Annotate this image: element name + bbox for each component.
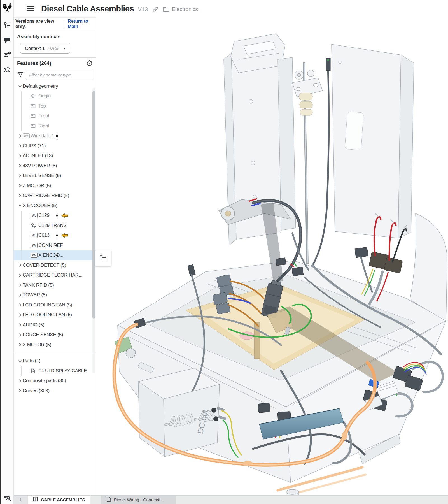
feature-tree-item[interactable]: AUDIO (5) bbox=[14, 320, 96, 330]
version-badge[interactable]: V13 bbox=[138, 6, 148, 13]
chevron-right-icon[interactable] bbox=[17, 303, 23, 307]
chevron-right-icon[interactable] bbox=[17, 174, 23, 178]
feature-tree-item[interactable]: C129 TRANS bbox=[14, 220, 96, 231]
chevron-right-icon[interactable] bbox=[17, 134, 23, 138]
onshape-logo[interactable] bbox=[1, 0, 14, 17]
suppression-dots-icon bbox=[56, 252, 58, 259]
chevron-down-icon[interactable] bbox=[17, 84, 23, 88]
feature-label: X ENCODER (5) bbox=[23, 203, 57, 208]
feature-tree-item[interactable]: Curves (303) bbox=[14, 386, 96, 396]
feature-tree-item[interactable]: COVER DETECT (5) bbox=[14, 260, 96, 270]
feature-tree-item[interactable]: WrCONN REF bbox=[14, 240, 96, 250]
chevron-right-icon[interactable] bbox=[17, 194, 23, 198]
share-link-icon[interactable] bbox=[152, 6, 158, 12]
feature-list-icon[interactable] bbox=[3, 21, 11, 30]
feature-label: X ENCOD... bbox=[38, 252, 64, 258]
feature-tree-item[interactable]: WcC013 bbox=[14, 231, 96, 241]
feature-tree-item[interactable]: LEVEL SENSE (5) bbox=[14, 171, 96, 181]
feature-label: CARTRIDGE RFID (5) bbox=[23, 193, 69, 198]
tab-diesel-wiring[interactable]: Diesel Wiring - Connecti... bbox=[101, 496, 176, 504]
feature-label: LED COOLING FAN (6) bbox=[23, 312, 72, 318]
chevron-down-icon: ▾ bbox=[63, 46, 65, 50]
comment-icon[interactable] bbox=[3, 36, 11, 44]
context-dropdown[interactable]: Context 1 FORM ▾ bbox=[20, 43, 70, 54]
feature-label: LEVEL SENSE (5) bbox=[23, 173, 61, 178]
filter-funnel-icon[interactable] bbox=[17, 71, 24, 79]
main-menu-icon[interactable] bbox=[27, 5, 34, 12]
feature-tree-item[interactable]: TANK RFID (5) bbox=[14, 280, 96, 290]
tab-label: Diesel Wiring - Connecti... bbox=[114, 497, 164, 502]
feature-tree-item[interactable]: 48V POWER (8) bbox=[14, 161, 96, 171]
features-panel: Versions are view only. Return to Main A… bbox=[14, 17, 96, 495]
feature-tree-item[interactable]: Top bbox=[14, 101, 96, 111]
chevron-right-icon[interactable] bbox=[17, 379, 23, 383]
chevron-right-icon[interactable] bbox=[17, 293, 23, 297]
feature-tree-item[interactable]: Right bbox=[14, 121, 96, 131]
feature-tree-item[interactable]: LCD COOLING FAN (5) bbox=[14, 300, 96, 310]
chevron-right-icon[interactable] bbox=[17, 144, 23, 148]
feature-label: AC INLET (13) bbox=[23, 153, 53, 159]
document-header: Diesel Cable Assemblies V13 Electronics bbox=[14, 0, 448, 17]
feature-tree-item[interactable]: FORCE SENSE (5) bbox=[14, 330, 96, 340]
feature-tree-item[interactable]: Default geometry bbox=[14, 81, 96, 91]
feature-tree-item[interactable]: Z MOTOR (5) bbox=[14, 181, 96, 191]
feature-type-chip: Wr bbox=[31, 243, 38, 248]
feature-tree-item[interactable]: WrX ENCOD... bbox=[14, 250, 96, 261]
chevron-down-icon[interactable] bbox=[17, 204, 23, 207]
chevron-right-icon[interactable] bbox=[17, 313, 23, 317]
chevron-right-icon[interactable] bbox=[17, 283, 23, 287]
chevron-right-icon[interactable] bbox=[17, 333, 23, 337]
part-inspect-icon[interactable] bbox=[3, 50, 11, 59]
feature-tree-item[interactable]: CARTRIDGE FLOOR HAR... bbox=[14, 270, 96, 280]
chevron-down-icon[interactable] bbox=[17, 359, 23, 363]
feature-tree-item[interactable]: Origin bbox=[14, 91, 96, 101]
scrollbar-thumb[interactable] bbox=[92, 91, 95, 319]
feature-tree-item[interactable]: CLIPS (71) bbox=[14, 141, 96, 151]
feature-label: CONN REF bbox=[38, 243, 63, 248]
feature-tree-item[interactable]: WcC129 bbox=[14, 211, 96, 221]
return-to-main-link[interactable]: Return to Main bbox=[68, 18, 96, 29]
assembly-contexts-section: Assembly contexts Context 1 FORM ▾ bbox=[14, 30, 96, 58]
history-icon[interactable] bbox=[3, 65, 11, 73]
chevron-right-icon[interactable] bbox=[17, 184, 23, 187]
add-tab-button[interactable]: + bbox=[14, 496, 28, 504]
feature-label: X MOTOR (5) bbox=[23, 342, 51, 348]
feature-tree-item[interactable]: X MOTOR (5) bbox=[14, 340, 96, 350]
chevron-right-icon[interactable] bbox=[17, 154, 23, 158]
document-title: Diesel Cable Assemblies bbox=[41, 4, 134, 13]
chevron-right-icon[interactable] bbox=[17, 343, 23, 347]
chevron-right-icon[interactable] bbox=[17, 323, 23, 327]
chevron-right-icon[interactable] bbox=[17, 273, 23, 277]
feature-tree-item[interactable]: Front bbox=[14, 111, 96, 121]
feature-label: Curves (303) bbox=[23, 388, 50, 394]
regenerate-timer-icon[interactable] bbox=[86, 60, 93, 67]
feature-tree-item[interactable]: CARTRIDGE RFID (5) bbox=[14, 191, 96, 201]
feature-filter-input[interactable] bbox=[26, 71, 93, 80]
feature-tree-item[interactable]: Parts (1) bbox=[14, 356, 96, 366]
feature-tree-item[interactable]: LED COOLING FAN (6) bbox=[14, 310, 96, 320]
folder-icon bbox=[163, 6, 170, 12]
feature-tree-item[interactable]: WdWire data 1 bbox=[14, 131, 96, 141]
feature-label: Z MOTOR (5) bbox=[23, 183, 51, 189]
onshape-app: Diesel Cable Assemblies V13 Electronics … bbox=[0, 0, 448, 504]
breadcrumb-folder[interactable]: Electronics bbox=[172, 6, 198, 12]
feature-tree-item[interactable]: Composite parts (30) bbox=[14, 376, 96, 386]
feature-tree-item[interactable]: AC INLET (13) bbox=[14, 151, 96, 161]
feature-label: FORCE SENSE (5) bbox=[23, 332, 63, 338]
features-heading: Features (264) bbox=[17, 61, 51, 66]
tab-cable-assemblies[interactable]: CABLE ASSEMBLIES bbox=[28, 496, 90, 504]
part-icon bbox=[31, 368, 35, 373]
chevron-right-icon[interactable] bbox=[17, 263, 23, 267]
feature-tree-item[interactable]: TOWER (5) bbox=[14, 290, 96, 300]
rollback-arrow-icon bbox=[61, 213, 68, 218]
chevron-right-icon[interactable] bbox=[17, 389, 23, 392]
context-mode-badge: FORM bbox=[48, 46, 60, 50]
search-tabs-icon[interactable] bbox=[3, 493, 12, 503]
feature-label: Front bbox=[38, 113, 49, 119]
3d-viewport[interactable]: -400-48 DC out bbox=[96, 17, 448, 495]
feature-tree-item[interactable]: X ENCODER (5) bbox=[14, 201, 96, 211]
feature-label: Origin bbox=[38, 93, 51, 99]
chevron-right-icon[interactable] bbox=[17, 164, 23, 168]
feature-list-popup-button[interactable] bbox=[95, 250, 111, 266]
feature-tree-item[interactable]: F4 UI DISPLAY CABLE bbox=[14, 366, 96, 376]
